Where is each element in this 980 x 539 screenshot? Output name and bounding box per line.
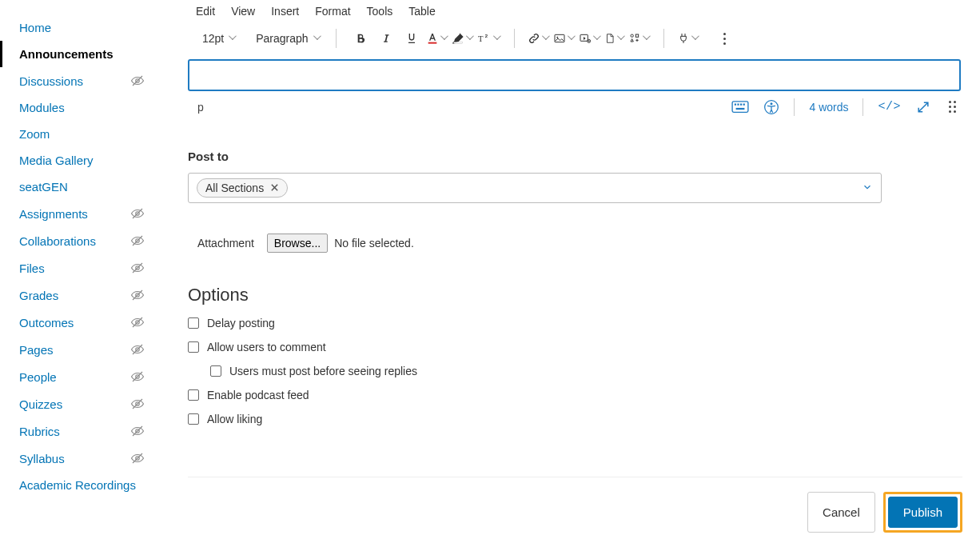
media-button[interactable] — [577, 32, 603, 45]
checkbox[interactable] — [210, 365, 221, 377]
editor-content-area[interactable] — [188, 59, 961, 91]
nav-item-seatgen[interactable]: seatGEN — [0, 174, 156, 200]
main-content: EditViewInsertFormatToolsTable 12pt Para… — [156, 0, 980, 539]
apps-button[interactable] — [627, 32, 652, 45]
editor-toolbar: 12pt Paragraph — [188, 21, 961, 56]
option-label: Delay posting — [207, 317, 275, 329]
menu-format[interactable]: Format — [315, 5, 350, 18]
accessibility-checker-icon[interactable] — [763, 99, 779, 115]
more-toolbar-icon[interactable] — [720, 30, 729, 48]
option-label: Enable podcast feed — [207, 389, 309, 401]
more-status-icon[interactable] — [946, 98, 959, 116]
fullscreen-icon[interactable] — [915, 99, 931, 115]
option-row: Enable podcast feed — [188, 389, 961, 401]
nav-item-people[interactable]: People — [0, 363, 156, 390]
nav-item-syllabus[interactable]: Syllabus — [0, 445, 156, 472]
nav-item-label: Modules — [19, 101, 65, 114]
keyboard-shortcuts-icon[interactable] — [731, 100, 749, 114]
nav-item-quizzes[interactable]: Quizzes — [0, 390, 156, 417]
nav-item-discussions[interactable]: Discussions — [0, 67, 156, 94]
nav-item-announcements[interactable]: Announcements — [0, 41, 156, 67]
course-nav: HomeAnnouncementsDiscussionsModulesZoomM… — [0, 0, 156, 539]
menu-tools[interactable]: Tools — [367, 5, 393, 18]
nav-item-modules[interactable]: Modules — [0, 94, 156, 121]
chevron-down-icon — [466, 34, 474, 42]
document-button[interactable] — [603, 32, 627, 45]
post-to-selector[interactable]: All Sections — [188, 173, 882, 203]
menu-view[interactable]: View — [231, 5, 255, 18]
nav-item-pages[interactable]: Pages — [0, 336, 156, 363]
nav-item-assignments[interactable]: Assignments — [0, 200, 156, 227]
bold-button[interactable] — [348, 26, 373, 51]
option-row: Users must post before seeing replies — [210, 365, 961, 377]
svg-rect-20 — [635, 34, 638, 37]
svg-point-28 — [771, 102, 773, 105]
section-chip-label: All Sections — [205, 182, 264, 194]
nav-item-label: Media Gallery — [19, 154, 94, 167]
hidden-eye-icon — [130, 369, 145, 384]
word-count[interactable]: 4 words — [809, 101, 848, 114]
plugin-button[interactable] — [675, 32, 701, 45]
menu-edit[interactable]: Edit — [196, 5, 215, 18]
chevron-down-icon — [643, 34, 651, 42]
browse-button[interactable]: Browse... — [267, 234, 328, 253]
html-editor-toggle[interactable]: </> — [878, 100, 901, 114]
chevron-down-icon — [568, 34, 576, 42]
font-size-dropdown[interactable]: 12pt — [199, 32, 240, 45]
checkbox[interactable] — [188, 341, 199, 353]
option-row: Delay posting — [188, 317, 961, 329]
nav-item-label: Outcomes — [19, 316, 74, 329]
nav-item-academic-recordings[interactable]: Academic Recordings — [0, 472, 156, 498]
svg-rect-22 — [735, 103, 736, 105]
checkbox[interactable] — [188, 317, 199, 329]
checkbox[interactable] — [188, 413, 199, 425]
nav-item-grades[interactable]: Grades — [0, 281, 156, 309]
svg-rect-26 — [736, 107, 745, 109]
chip-remove-icon[interactable] — [270, 182, 279, 194]
hidden-eye-icon — [130, 397, 145, 411]
nav-item-label: People — [19, 370, 57, 384]
publish-button[interactable]: Publish — [888, 497, 958, 528]
checkbox[interactable] — [188, 389, 199, 401]
svg-rect-21 — [733, 101, 749, 112]
nav-item-home[interactable]: Home — [0, 14, 156, 41]
nav-item-outcomes[interactable]: Outcomes — [0, 309, 156, 336]
option-row: Allow liking — [188, 413, 961, 425]
svg-rect-11 — [428, 42, 436, 44]
file-status: No file selected. — [334, 237, 414, 250]
svg-rect-12 — [453, 42, 462, 44]
image-button[interactable] — [552, 32, 577, 45]
highlight-color-button[interactable] — [450, 31, 476, 46]
hidden-eye-icon — [130, 206, 145, 221]
post-to-label: Post to — [188, 150, 961, 163]
superscript-button[interactable]: T2 — [476, 32, 503, 45]
svg-rect-15 — [555, 34, 564, 42]
nav-item-files[interactable]: Files — [0, 254, 156, 281]
editor-status-bar: p 4 words </> — [188, 91, 961, 126]
menu-insert[interactable]: Insert — [271, 5, 299, 18]
svg-text:T: T — [478, 34, 484, 43]
section-chip: All Sections — [197, 178, 288, 198]
nav-item-media-gallery[interactable]: Media Gallery — [0, 147, 156, 174]
attachment-row: Attachment Browse... No file selected. — [197, 234, 961, 253]
form-footer: Cancel Publish — [188, 477, 962, 533]
block-format-dropdown[interactable]: Paragraph — [253, 32, 324, 45]
menu-table[interactable]: Table — [408, 5, 435, 18]
chevron-down-icon — [691, 34, 699, 42]
nav-item-zoom[interactable]: Zoom — [0, 121, 156, 147]
svg-point-19 — [631, 34, 633, 37]
nav-item-rubrics[interactable]: Rubrics — [0, 417, 156, 445]
nav-item-label: Assignments — [19, 207, 88, 221]
svg-rect-25 — [743, 103, 745, 105]
nav-item-collaborations[interactable]: Collaborations — [0, 227, 156, 254]
italic-button[interactable] — [373, 26, 399, 51]
underline-button[interactable] — [399, 26, 424, 51]
editor-element-path: p — [197, 101, 204, 114]
cancel-button[interactable]: Cancel — [807, 492, 875, 533]
editor-menu-bar: EditViewInsertFormatToolsTable — [188, 0, 961, 21]
link-button[interactable] — [526, 32, 552, 45]
chevron-down-icon — [617, 34, 625, 42]
hidden-eye-icon — [130, 315, 145, 329]
svg-text:2: 2 — [484, 34, 488, 38]
text-color-button[interactable] — [424, 31, 450, 46]
